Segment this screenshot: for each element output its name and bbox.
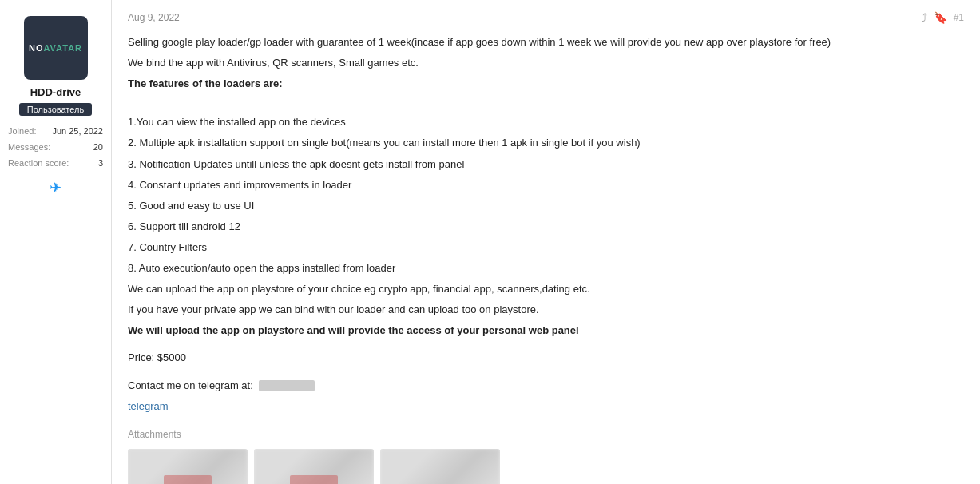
user-role-badge: Пользователь	[19, 103, 92, 116]
feature-3: 3. Notification Updates untill unless th…	[128, 156, 964, 173]
post-content: Aug 9, 2022 ⤴ 🔖 #1 Selling google play l…	[112, 0, 980, 484]
feature-8: 8. Auto execution/auto open the apps ins…	[128, 260, 964, 277]
joined-value: Jun 25, 2022	[52, 124, 103, 140]
post-line2: We bind the app with Antivirus, QR scann…	[128, 54, 964, 72]
feature-2: 2. Multiple apk installation support on …	[128, 134, 964, 152]
attachments-section: Attachments	[128, 426, 964, 484]
post-number: #1	[954, 12, 964, 23]
attachment-3-blur	[380, 449, 500, 484]
upload-line1: We can upload the app on playstore of yo…	[128, 280, 964, 298]
post-body: Selling google play loader/gp loader wit…	[128, 34, 964, 484]
avatar-no: NO	[29, 43, 44, 53]
feature-6: 6. Support till android 12	[128, 218, 964, 236]
telegram-handle-blurred	[259, 380, 315, 391]
attachments-label: Attachments	[128, 426, 964, 442]
post-date: Aug 9, 2022	[128, 12, 180, 23]
feature-4: 4. Constant updates and improvements in …	[128, 177, 964, 194]
post-line3: The features of the loaders are:	[128, 75, 964, 93]
avatar: NOAVATAR	[24, 16, 88, 80]
price-label: Price: $5000	[128, 349, 964, 367]
telegram-link[interactable]: telegram	[128, 400, 169, 412]
post-line1: Selling google play loader/gp loader wit…	[128, 34, 964, 51]
post-actions: ⤴ 🔖 #1	[922, 11, 964, 24]
attachment-1[interactable]	[128, 449, 248, 484]
telegram-contact-icon[interactable]: ✈	[50, 179, 61, 196]
username: HDD-drive	[30, 86, 81, 98]
bookmark-icon[interactable]: 🔖	[934, 11, 947, 24]
feature-7: 7. Country Filters	[128, 239, 964, 256]
user-meta: Joined: Jun 25, 2022 Messages: 20 Reacti…	[8, 124, 103, 171]
post-header: Aug 9, 2022 ⤴ 🔖 #1	[128, 11, 964, 24]
messages-value: 20	[93, 140, 103, 156]
contact-prefix: Contact me on telegram at:	[128, 377, 964, 395]
reaction-value: 3	[98, 156, 103, 172]
avatar-word: AVATAR	[43, 43, 82, 53]
feature-1: 1.You can view the installed app on the …	[128, 113, 964, 131]
attachments-row	[128, 449, 964, 484]
attachment-3[interactable]	[380, 449, 500, 484]
joined-label: Joined:	[8, 124, 36, 140]
upload-line2: If you have your private app we can bind…	[128, 301, 964, 319]
upload-line3: We will upload the app on playstore and …	[128, 322, 964, 339]
reaction-label: Reaction score:	[8, 156, 69, 172]
attachment-2[interactable]	[254, 449, 374, 484]
feature-5: 5. Good and easy to use UI	[128, 197, 964, 215]
user-sidebar: NOAVATAR HDD-drive Пользователь Joined: …	[0, 0, 112, 484]
messages-label: Messages:	[8, 140, 50, 156]
share-icon[interactable]: ⤴	[922, 11, 927, 24]
